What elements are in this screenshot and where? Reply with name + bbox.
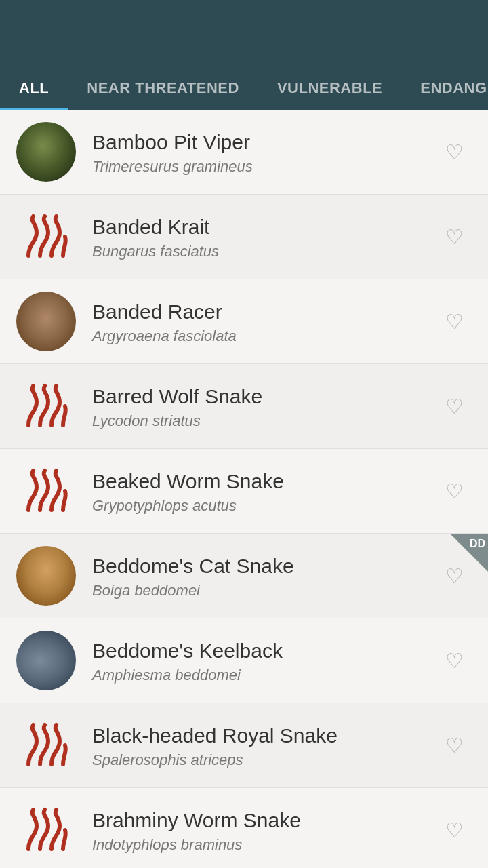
- tab-near-threatened[interactable]: NEAR THREATENED: [68, 79, 258, 110]
- snake-avatar: [16, 122, 76, 182]
- favorite-button[interactable]: ♡: [436, 219, 472, 254]
- snake-common-name: Beddome's Cat Snake: [92, 553, 436, 579]
- snake-info: Black-headed Royal SnakeSpalerosophis at…: [92, 722, 436, 769]
- favorite-button[interactable]: ♡: [436, 134, 472, 170]
- list-item: Black-headed Royal SnakeSpalerosophis at…: [0, 703, 488, 788]
- favorite-button[interactable]: ♡: [436, 812, 472, 848]
- snake-scientific-name: Amphiesma beddomei: [92, 667, 436, 684]
- snake-common-name: Barred Wolf Snake: [92, 383, 436, 410]
- snake-avatar: [16, 376, 76, 436]
- snake-avatar: [16, 292, 76, 351]
- snake-common-name: Beddome's Keelback: [92, 637, 436, 664]
- snake-info: Banded KraitBungarus fasciatus: [92, 214, 436, 260]
- favorite-button[interactable]: ♡: [436, 473, 472, 509]
- list-item: DDBeddome's Cat SnakeBoiga beddomei♡: [0, 534, 488, 618]
- snake-avatar: [16, 546, 76, 606]
- snake-scientific-name: Trimeresurus gramineus: [92, 158, 436, 176]
- snake-scientific-name: Boiga beddomei: [92, 582, 436, 599]
- snake-info: Barred Wolf SnakeLycodon striatus: [92, 383, 436, 430]
- favorite-button[interactable]: ♡: [436, 558, 472, 593]
- snake-common-name: Black-headed Royal Snake: [92, 722, 436, 749]
- dd-badge-text: DD: [470, 538, 485, 550]
- snake-scientific-name: Grypotyphlops acutus: [92, 497, 436, 515]
- tab-vulnerable[interactable]: VULNERABLE: [258, 79, 401, 110]
- snake-common-name: Beaked Worm Snake: [92, 468, 436, 494]
- snake-avatar: [16, 800, 76, 860]
- list-item: Bamboo Pit ViperTrimeresurus gramineus♡: [0, 110, 488, 195]
- list-item: Barred Wolf SnakeLycodon striatus♡: [0, 364, 488, 449]
- snake-avatar: [16, 715, 76, 775]
- snake-info: Beddome's KeelbackAmphiesma beddomei: [92, 637, 436, 684]
- list-item: Beddome's KeelbackAmphiesma beddomei♡: [0, 618, 488, 703]
- tab-endangered[interactable]: ENDANGERED: [401, 79, 488, 110]
- list-item: Brahminy Worm SnakeIndotyphlops braminus…: [0, 788, 488, 868]
- tab-all[interactable]: ALL: [0, 79, 68, 110]
- snake-avatar: [16, 207, 76, 267]
- snake-list: Bamboo Pit ViperTrimeresurus gramineus♡ …: [0, 110, 488, 868]
- list-item: Banded RacerArgyroaena fasciolata♡: [0, 279, 488, 364]
- snake-scientific-name: Spalerosophis atriceps: [92, 751, 436, 769]
- favorite-button[interactable]: ♡: [436, 389, 472, 424]
- snake-scientific-name: Indotyphlops braminus: [92, 836, 436, 854]
- snake-scientific-name: Argyroaena fasciolata: [92, 328, 436, 345]
- filter-tabs: ALL NEAR THREATENED VULNERABLE ENDANGERE…: [0, 61, 488, 110]
- list-item: Beaked Worm SnakeGrypotyphlops acutus♡: [0, 449, 488, 534]
- snake-scientific-name: Lycodon striatus: [92, 412, 436, 430]
- snake-avatar: [16, 461, 76, 521]
- favorite-button[interactable]: ♡: [436, 728, 472, 763]
- snake-info: Beddome's Cat SnakeBoiga beddomei: [92, 553, 436, 599]
- snake-common-name: Brahminy Worm Snake: [92, 807, 436, 833]
- snake-info: Bamboo Pit ViperTrimeresurus gramineus: [92, 129, 436, 176]
- snake-common-name: Bamboo Pit Viper: [92, 129, 436, 155]
- app-header: [0, 0, 488, 61]
- snake-common-name: Banded Racer: [92, 298, 436, 325]
- favorite-button[interactable]: ♡: [436, 304, 472, 339]
- snake-info: Banded RacerArgyroaena fasciolata: [92, 298, 436, 345]
- snake-scientific-name: Bungarus fasciatus: [92, 243, 436, 260]
- snake-info: Beaked Worm SnakeGrypotyphlops acutus: [92, 468, 436, 515]
- snake-common-name: Banded Krait: [92, 214, 436, 240]
- snake-info: Brahminy Worm SnakeIndotyphlops braminus: [92, 807, 436, 854]
- snake-avatar: [16, 631, 76, 690]
- list-item: Banded KraitBungarus fasciatus♡: [0, 195, 488, 279]
- favorite-button[interactable]: ♡: [436, 643, 472, 678]
